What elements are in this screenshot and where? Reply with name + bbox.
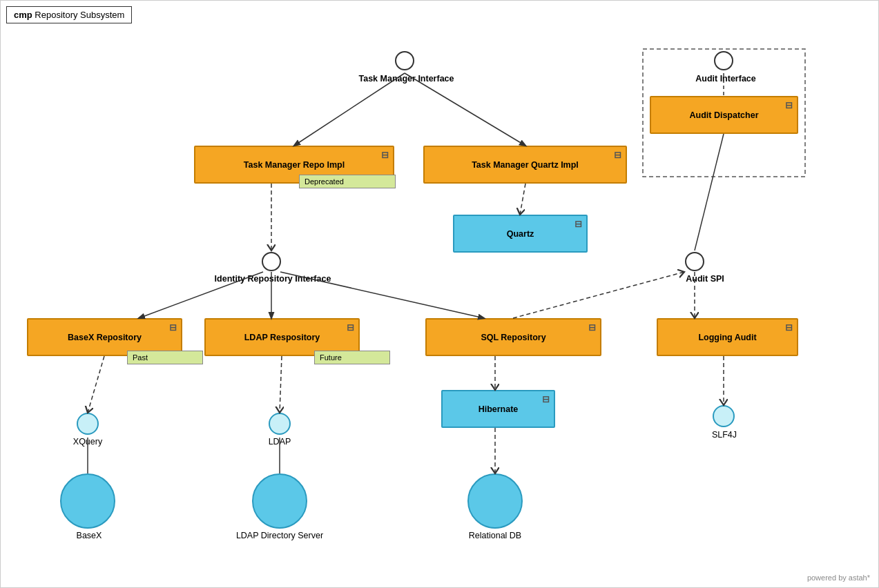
- svg-line-0: [294, 73, 405, 146]
- basex-db-circle: [60, 473, 115, 529]
- identity-repo-interface-label: Identity Repository Interface: [182, 274, 363, 284]
- ldap-dir-db-circle: [252, 473, 307, 529]
- slf4j-label: SLF4J: [701, 430, 748, 440]
- logging-audit-box: Logging Audit ⊟: [657, 318, 798, 356]
- task-manager-interface-label: Task Manager Interface: [332, 74, 481, 84]
- relational-db-label: Relational DB: [441, 531, 549, 540]
- svg-line-8: [513, 272, 684, 318]
- basex-repository-label: BaseX Repository: [68, 333, 142, 342]
- slf4j-circle: [713, 405, 735, 427]
- past-label: Past: [133, 353, 148, 362]
- task-manager-quartz-impl-label: Task Manager Quartz Impl: [472, 160, 579, 170]
- diagram-title: cmp Repository Subsystem: [6, 6, 132, 23]
- component-icon-5: ⊟: [169, 322, 177, 333]
- svg-line-16: [280, 356, 282, 413]
- quartz-label: Quartz: [507, 229, 534, 239]
- audit-interface-label: Audit Interface: [677, 74, 774, 84]
- diagram-container: cmp Repository Subsystem: [0, 0, 879, 588]
- component-icon-4: ⊟: [574, 219, 582, 229]
- component-icon-7: ⊟: [588, 322, 596, 333]
- component-icon-1: ⊟: [381, 150, 389, 160]
- future-label: Future: [320, 353, 342, 362]
- hibernate-box: Hibernate ⊟: [441, 390, 555, 428]
- logging-audit-label: Logging Audit: [698, 333, 756, 342]
- audit-dispatcher-box: Audit Dispatcher ⊟: [650, 96, 798, 134]
- past-note: Past: [127, 351, 203, 364]
- ldap-label: LDAP: [256, 437, 303, 447]
- title-text: Repository Subsystem: [35, 10, 124, 20]
- future-note: Future: [314, 351, 390, 364]
- svg-line-6: [695, 134, 724, 251]
- arrows-svg: [1, 1, 879, 588]
- svg-line-1: [405, 73, 525, 146]
- relational-db-circle: [467, 473, 523, 529]
- hibernate-label: Hibernate: [479, 404, 519, 414]
- xquery-label: XQuery: [59, 437, 116, 447]
- title-prefix: cmp: [14, 10, 32, 20]
- component-icon-3: ⊟: [785, 100, 793, 110]
- sql-repository-label: SQL Repository: [481, 333, 545, 342]
- component-icon-2: ⊟: [614, 150, 621, 160]
- deprecated-label: Deprecated: [305, 177, 344, 186]
- ldap-dir-db-label: LDAP Directory Server: [218, 531, 341, 540]
- basex-db-label: BaseX: [61, 531, 117, 540]
- svg-line-14: [88, 356, 104, 413]
- task-manager-interface-circle: [395, 51, 414, 70]
- svg-line-2: [520, 184, 525, 215]
- audit-interface-circle: [714, 51, 733, 70]
- component-icon-6: ⊟: [347, 322, 354, 333]
- powered-by: powered by astah*: [807, 574, 870, 582]
- audit-dispatcher-label: Audit Dispatcher: [689, 110, 758, 120]
- audit-spi-circle: [685, 252, 704, 271]
- task-manager-repo-impl-label: Task Manager Repo Impl: [244, 160, 345, 170]
- xquery-circle: [77, 413, 99, 435]
- sql-repository-box: SQL Repository ⊟: [425, 318, 601, 356]
- task-manager-quartz-impl-box: Task Manager Quartz Impl ⊟: [423, 146, 627, 184]
- quartz-box: Quartz ⊟: [453, 215, 588, 253]
- deprecated-note: Deprecated: [299, 175, 396, 188]
- component-icon-8: ⊟: [785, 322, 793, 333]
- ldap-circle: [269, 413, 291, 435]
- component-icon-9: ⊟: [542, 394, 550, 404]
- audit-spi-label: Audit SPI: [670, 274, 740, 284]
- ldap-repository-label: LDAP Respository: [244, 333, 320, 342]
- identity-repo-interface-circle: [262, 252, 281, 271]
